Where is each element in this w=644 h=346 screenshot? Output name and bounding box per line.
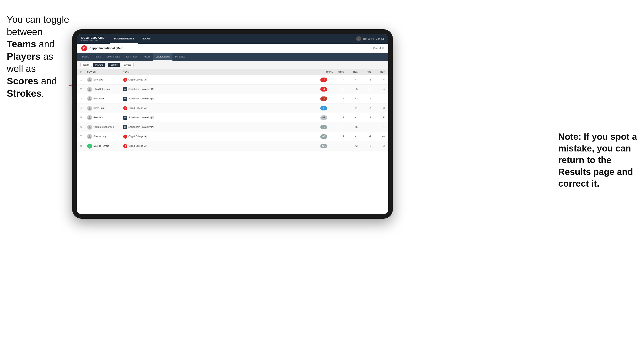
player-avatar — [87, 115, 92, 120]
table-row[interactable]: 6 Cameron Robertson SU Scoreboard Univer… — [77, 122, 388, 132]
cell-rd1: +2 — [344, 145, 358, 147]
svg-point-4 — [89, 107, 90, 108]
nav-right: U Test User | Sign out — [356, 36, 384, 41]
toggle-players[interactable]: Players — [93, 63, 105, 67]
cell-team: SU Scoreboard University [A] — [123, 87, 315, 91]
cell-pos: 5 — [80, 116, 87, 119]
user-text: Test User | — [363, 38, 374, 40]
tab-details[interactable]: Details — [80, 53, 92, 61]
scoreboard-logo: SCOREBOARD Powered by clippd — [81, 36, 105, 41]
cell-player: David Ford — [87, 106, 123, 111]
cell-player: Rees Britt — [87, 115, 123, 120]
tab-course-setup[interactable]: Course Setup — [104, 53, 123, 61]
cell-rd2: -6 — [358, 78, 371, 81]
svg-point-7 — [89, 135, 90, 137]
cell-player: Chris Robertson — [87, 87, 123, 92]
sign-out-link[interactable]: Sign out — [376, 38, 384, 40]
score-badge: +1 — [320, 115, 327, 120]
cell-player: Elliot Ebert — [87, 77, 123, 82]
cell-pos: 8 — [80, 145, 87, 147]
cell-team: SU Scoreboard University [A] — [123, 125, 315, 129]
cell-thru: F — [333, 126, 344, 128]
player-avatar — [87, 134, 92, 139]
table-header: # PLAYER TEAM TOTAL THRU RD1 RD2 RD3 — [77, 69, 388, 75]
cell-total: +1 — [315, 115, 333, 120]
toggle-teams[interactable]: Teams — [80, 63, 92, 67]
cell-thru: F — [333, 116, 344, 119]
cell-pos: 3 — [80, 97, 87, 100]
tournament-name: Clippd Invitational (Men) — [90, 46, 373, 50]
col-player: PLAYER — [87, 71, 123, 73]
svg-point-1 — [89, 78, 90, 80]
tab-teams[interactable]: Teams — [92, 53, 104, 61]
cell-thru: F — [333, 135, 344, 138]
cell-total: E — [315, 106, 333, 110]
cell-rd1: -5 — [344, 88, 358, 90]
table-row[interactable]: 4 David Ford C Clippd College [A] E F +1… — [77, 103, 388, 113]
score-badge: -8 — [320, 78, 327, 82]
tablet-shell: SCOREBOARD Powered by clippd TOURNAMENTS… — [72, 29, 393, 219]
svg-point-5 — [89, 116, 90, 118]
svg-point-6 — [89, 126, 90, 127]
col-rd3: RD3 — [371, 71, 385, 73]
logo-title: SCOREBOARD — [81, 36, 105, 39]
cell-pos: 7 — [80, 135, 87, 138]
tab-printables[interactable]: Printables — [172, 53, 188, 61]
nav-tournaments[interactable]: TOURNAMENTS — [110, 34, 138, 44]
team-logo: C — [123, 106, 127, 110]
cell-pos: 1 — [80, 78, 87, 81]
cell-rd3: -5 — [371, 78, 385, 81]
table-row[interactable]: 5 Rees Britt SU Scoreboard University [A… — [77, 113, 388, 122]
leaderboard-table: # PLAYER TEAM TOTAL THRU RD1 RD2 RD3 1 E… — [77, 69, 388, 214]
player-avatar — [87, 87, 92, 92]
cell-thru: F — [333, 88, 344, 90]
team-logo: SU — [123, 97, 127, 101]
cell-rd1: +1 — [344, 107, 358, 109]
table-row[interactable]: 3 Rich Butler SU Scoreboard University [… — [77, 94, 388, 103]
svg-point-3 — [89, 97, 90, 99]
table-row[interactable]: 2 Chris Robertson SU Scoreboard Universi… — [77, 85, 388, 94]
player-avatar — [87, 77, 92, 82]
cell-rd1: +5 — [344, 126, 358, 128]
cell-player: Cameron Robertson — [87, 125, 123, 130]
cell-total: -8 — [315, 78, 333, 82]
player-avatar — [87, 144, 92, 149]
toggle-scores[interactable]: Scores — [108, 63, 120, 67]
cell-team: SU Scoreboard University [A] — [123, 97, 315, 101]
cell-team: C Clippd College [A] — [123, 78, 315, 82]
col-pos: # — [80, 71, 87, 73]
cell-thru: F — [333, 145, 344, 147]
cell-thru: F — [333, 107, 344, 109]
cell-player: Blair McHarg — [87, 134, 123, 139]
logo-sub: Powered by clippd — [81, 39, 105, 41]
cell-total: +8 — [315, 134, 333, 139]
table-row[interactable]: 1 Elliot Ebert C Clippd College [A] -8 F… — [77, 75, 388, 85]
cell-rd3: -4 — [371, 88, 385, 90]
user-avatar: U — [356, 36, 361, 41]
cell-team: C Clippd College [A] — [123, 106, 315, 110]
cell-rd2: +7 — [358, 145, 371, 147]
cancel-button[interactable]: Cancel ✕ — [373, 47, 384, 50]
toggle-strokes[interactable]: Strokes — [121, 63, 134, 67]
cell-rd2: -2 — [358, 97, 371, 100]
tab-leaderboards[interactable]: Leaderboards — [153, 53, 172, 61]
table-row[interactable]: 7 Blair McHarg C Clippd College [A] +8 F… — [77, 132, 388, 141]
tab-bar: Details Teams Course Setup Tee Groups Re… — [77, 53, 388, 61]
right-annotation: Note: If you spot a mistake, you can ret… — [558, 131, 637, 189]
nav-links: TOURNAMENTS TEAMS — [110, 34, 356, 44]
table-row[interactable]: 8 Marcus Turners C Clippd College [A] +1… — [77, 141, 388, 151]
tab-results[interactable]: Results — [140, 53, 153, 61]
score-badge: -4 — [320, 87, 327, 92]
cell-rd3: -1 — [371, 97, 385, 100]
nav-teams[interactable]: TEAMS — [138, 34, 154, 44]
cell-rd3: E — [371, 116, 385, 119]
toggle-row: Teams Players Scores Strokes — [77, 61, 388, 69]
cell-team: C Clippd College [A] — [123, 144, 315, 148]
score-badge: +6 — [320, 125, 327, 129]
col-rd1: RD1 — [344, 71, 358, 73]
cell-rd2: E — [358, 116, 371, 119]
cell-pos: 2 — [80, 88, 87, 90]
tab-tee-groups[interactable]: Tee Groups — [123, 53, 140, 61]
top-nav: SCOREBOARD Powered by clippd TOURNAMENTS… — [77, 34, 388, 44]
svg-point-2 — [89, 88, 90, 89]
